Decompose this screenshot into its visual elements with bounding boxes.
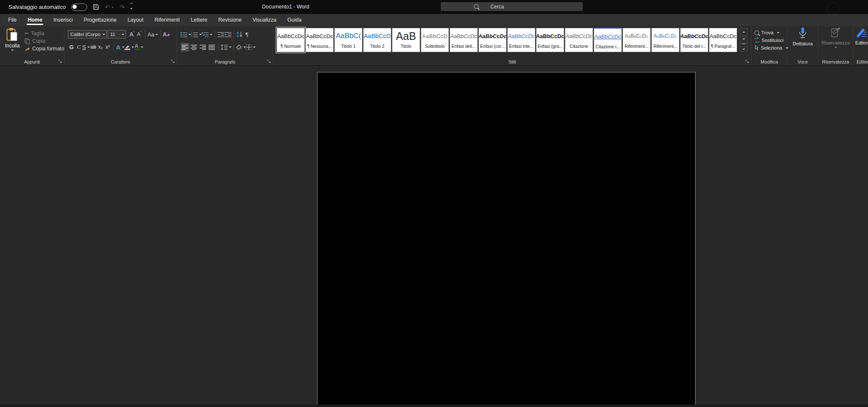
align-left-button[interactable]: [181, 43, 189, 52]
select-button[interactable]: Seleziona: [754, 45, 788, 51]
redo-icon[interactable]: ↷: [120, 3, 125, 11]
subscript-button[interactable]: x₂: [97, 42, 104, 52]
tab-riferimenti[interactable]: Riferimenti: [149, 14, 185, 26]
copy-button[interactable]: Copia: [25, 38, 64, 44]
search-icon: [474, 4, 479, 9]
underline-button[interactable]: S: [82, 42, 90, 52]
style-chip[interactable]: AaBTitolo: [392, 28, 420, 52]
font-name-select[interactable]: Calibri (Corpo: [68, 30, 107, 39]
dictate-button[interactable]: Dettatura: [787, 27, 818, 58]
multilevel-list-button[interactable]: [202, 30, 212, 39]
bullets-button[interactable]: [181, 30, 191, 39]
decrease-indent-button[interactable]: [217, 30, 224, 39]
superscript-button[interactable]: x²: [104, 42, 111, 52]
numbering-icon: 123: [191, 32, 198, 37]
find-button[interactable]: Trova: [754, 30, 788, 36]
shrink-font-button[interactable]: Aˇ: [136, 30, 143, 39]
tab-guida[interactable]: Guida: [282, 14, 307, 26]
tab-revisione[interactable]: Revisione: [213, 14, 247, 26]
style-chip[interactable]: AaBbCcDcEnfasi inte...: [507, 28, 535, 52]
style-preview: AaBbCcDc: [508, 28, 535, 44]
stili-dialog-launcher[interactable]: [745, 59, 749, 64]
tab-visualizza[interactable]: Visualizza: [247, 14, 282, 26]
style-chip[interactable]: AaBbCcDc¶ Nessuna...: [306, 28, 334, 52]
align-center-button[interactable]: [189, 43, 198, 52]
style-chip[interactable]: AaBbCcDc¶ Paragraf...: [709, 28, 737, 52]
style-chip[interactable]: AaBbCcDcCitazione: [565, 28, 593, 52]
style-chip[interactable]: AaBbC(Titolo 1: [334, 28, 362, 52]
style-label: ¶ Paragraf...: [709, 44, 737, 50]
text-effects-button[interactable]: A: [116, 42, 125, 52]
font-color-button[interactable]: A: [134, 42, 143, 52]
show-paragraph-marks-button[interactable]: ¶: [243, 30, 250, 39]
replace-button[interactable]: Sostituisci: [754, 37, 788, 43]
styles-scroll-up-button[interactable]: [740, 28, 748, 36]
style-label: Enfasi (gra...: [537, 44, 564, 50]
style-chip[interactable]: AaBbCcDcCitazione i...: [594, 28, 622, 52]
autosave-toggle[interactable]: [71, 3, 87, 11]
increase-indent-button[interactable]: [224, 30, 231, 39]
tab-lettere[interactable]: Lettere: [185, 14, 213, 26]
editor-button[interactable]: Editor: [853, 27, 868, 58]
eraser-icon: [167, 33, 170, 36]
multilevel-list-icon: [202, 32, 209, 37]
titlebar: Salvataggio automatico ↶ ↷ Documento1 - …: [0, 0, 868, 14]
search-input[interactable]: Cerca: [441, 2, 583, 11]
style-preview: AaBbCcDc: [594, 28, 621, 44]
clear-formatting-button[interactable]: A: [163, 30, 170, 39]
statusbar-edge: [0, 404, 868, 407]
document-page[interactable]: [317, 72, 696, 405]
styles-scroll-down-button[interactable]: [740, 36, 748, 44]
appunti-dialog-launcher[interactable]: [58, 59, 62, 64]
align-justify-button[interactable]: [207, 43, 216, 52]
save-icon[interactable]: [93, 4, 99, 10]
paste-button[interactable]: Incolla: [2, 28, 23, 59]
italic-button[interactable]: C: [75, 42, 82, 52]
grow-font-button[interactable]: Aˆ: [128, 30, 136, 39]
tab-home[interactable]: Home: [22, 14, 48, 26]
cut-button[interactable]: ✂ Taglia: [25, 30, 64, 36]
shading-button[interactable]: [236, 42, 246, 52]
style-chip[interactable]: AaBbCcDcRiferiment...: [623, 28, 651, 52]
style-chip[interactable]: AaBbCcDc¶ Normale: [277, 28, 305, 52]
text-highlight-button[interactable]: [125, 42, 134, 52]
style-label: Enfasi (cor...: [479, 44, 506, 50]
paste-icon: [6, 28, 18, 42]
document-canvas[interactable]: [0, 66, 868, 404]
align-right-button[interactable]: [198, 43, 207, 52]
sensitivity-button[interactable]: Riservatezza: [818, 27, 853, 58]
group-appunti: Incolla ✂ Taglia Copia Copia formato App…: [0, 26, 64, 65]
select-cursor-icon: [754, 45, 759, 50]
style-chip[interactable]: AaBbCcDcEnfasi (gra...: [536, 28, 564, 52]
qat-customize-icon[interactable]: [130, 3, 133, 11]
carattere-dialog-launcher[interactable]: [171, 59, 175, 64]
borders-button[interactable]: [246, 42, 256, 52]
style-chip[interactable]: AaBbCcDcEnfasi deli...: [450, 28, 478, 52]
borders-icon: [246, 44, 252, 50]
font-size-select[interactable]: 11: [108, 30, 126, 39]
sort-button[interactable]: AZ: [236, 30, 243, 39]
undo-icon[interactable]: ↶: [105, 3, 114, 11]
style-chip[interactable]: AaBbCcDSottotitolo: [421, 28, 449, 52]
style-chip[interactable]: AaBbCcDTitolo 2: [363, 28, 391, 52]
style-label: Enfasi inte...: [508, 44, 535, 50]
tab-file[interactable]: File: [3, 14, 22, 26]
group-label-stili: Stili: [273, 59, 751, 64]
style-label: Riferiment...: [623, 44, 650, 50]
line-spacing-button[interactable]: [221, 42, 231, 52]
style-preview: AaBbCcDc: [450, 28, 477, 44]
style-chip[interactable]: AaBbCcDcTitolo del l...: [680, 28, 708, 52]
toggle-knob: [72, 5, 77, 9]
change-case-button[interactable]: Aa: [147, 30, 158, 39]
tab-inserisci[interactable]: Inserisci: [48, 14, 78, 26]
format-painter-button[interactable]: Copia formato: [25, 46, 64, 52]
paragrafo-dialog-launcher[interactable]: [267, 59, 271, 64]
tab-progettazione[interactable]: Progettazione: [78, 14, 122, 26]
tab-layout[interactable]: Layout: [122, 14, 149, 26]
bold-button[interactable]: G: [68, 42, 75, 52]
style-chip[interactable]: AaBbCcDcEnfasi (cor...: [479, 28, 506, 52]
styles-more-button[interactable]: [740, 44, 748, 52]
style-chip[interactable]: AaBbCcDcRiferiment...: [651, 28, 679, 52]
numbering-button[interactable]: 123: [191, 30, 202, 39]
strikethrough-button[interactable]: ab: [90, 42, 97, 52]
